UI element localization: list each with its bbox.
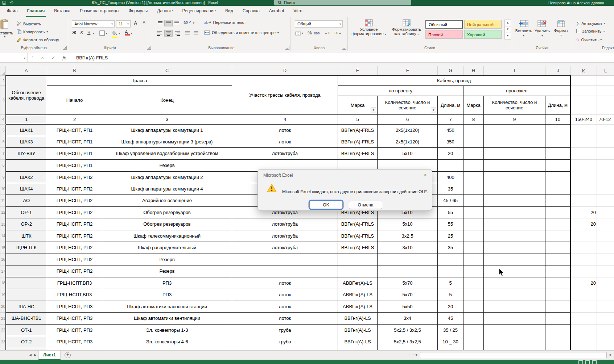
ribbon-tab-Разметка страницы[interactable]: Разметка страницы	[75, 6, 124, 17]
cell-H6[interactable]	[463, 136, 484, 148]
cell-H17[interactable]	[463, 265, 484, 277]
bold-button[interactable]: Ж	[71, 30, 77, 35]
cell-B18[interactable]: ГРЩ-НСПТ,ВП3	[47, 277, 102, 289]
cancel-button[interactable]: Отмена	[349, 201, 382, 209]
cell-K11[interactable]	[570, 195, 597, 207]
column-header-H[interactable]: H	[463, 66, 484, 76]
column-number-cell[interactable]: 1	[6, 115, 47, 124]
row-header[interactable]: 13	[0, 218, 6, 230]
percent-style-button[interactable]: %	[308, 30, 312, 35]
column-header-C[interactable]: C	[102, 66, 232, 76]
align-middle-icon[interactable]	[164, 20, 173, 26]
font-color-button[interactable]: А	[125, 29, 130, 35]
cell-K9[interactable]	[570, 171, 597, 183]
cell-F19[interactable]: 5х70	[378, 289, 438, 301]
close-icon[interactable]: ×	[424, 172, 427, 178]
cell-H13[interactable]	[463, 218, 484, 230]
cell-L10[interactable]	[597, 183, 614, 195]
cell-A14[interactable]: ШТК	[6, 230, 47, 242]
filter-button[interactable]: ▼	[371, 108, 376, 113]
comma-style-button[interactable]: 000	[314, 32, 320, 35]
cell-E24[interactable]: ВВГнг(А)-LS	[338, 348, 378, 350]
format-cells-button[interactable]: Формат ▾	[552, 20, 570, 37]
cell-A16[interactable]	[6, 254, 47, 265]
cell-L8[interactable]	[597, 159, 614, 171]
fill-color-chevron-icon[interactable]: ▾	[119, 32, 120, 35]
cell-G21[interactable]: 45	[438, 313, 463, 325]
cell-K15[interactable]	[570, 242, 597, 254]
cell-C22[interactable]: Эл. конвекторы 1-3	[102, 324, 232, 336]
cell-L16[interactable]	[597, 254, 614, 265]
row-header[interactable]: 8	[0, 159, 6, 171]
header-cell-start[interactable]: Начало	[47, 86, 102, 115]
cell-J16[interactable]	[545, 254, 570, 265]
column-number-cell[interactable]: 9	[484, 115, 545, 124]
insert-cells-button[interactable]: Вставить ▾	[514, 20, 533, 37]
cell-L9[interactable]	[597, 171, 614, 183]
cell-J5[interactable]	[545, 124, 570, 136]
cancel-entry-button[interactable]: ×	[37, 55, 48, 60]
align-bottom-icon[interactable]	[173, 20, 181, 26]
cell-B6[interactable]: ГРЩ-НСПТ, РП1	[47, 136, 102, 148]
cell-B13[interactable]: ГРЩ-НСПТ, РП2	[47, 218, 102, 230]
row-header[interactable]: 7	[0, 148, 6, 160]
cell-I7[interactable]	[484, 148, 545, 160]
cell-style-Обычный[interactable]: Обычный	[425, 20, 463, 29]
align-right-icon[interactable]	[173, 30, 181, 37]
cell-K17[interactable]	[570, 265, 597, 277]
copy-button[interactable]: Копировать▾	[17, 29, 48, 34]
cell-D13[interactable]: лоток/труба	[232, 218, 338, 230]
scrollbar-thumb[interactable]	[420, 352, 607, 358]
autosum-button[interactable]: ∑ Автосумма▾	[576, 21, 605, 26]
cell-D20[interactable]: лоток	[232, 301, 338, 313]
cell-K16[interactable]	[570, 254, 597, 265]
cell-C19[interactable]: РП3	[102, 289, 232, 301]
ribbon-tab-Данные[interactable]: Данные	[152, 6, 177, 17]
cell-L12[interactable]	[597, 206, 614, 218]
cell-D17[interactable]	[232, 265, 338, 277]
cell-G17[interactable]	[438, 265, 463, 277]
column-header-A[interactable]: A	[6, 66, 47, 76]
cell-A12[interactable]: ОР-1	[6, 206, 47, 218]
cell-B11[interactable]: ГРЩ-НСПТ, РП2	[47, 195, 102, 207]
header-cell-laid[interactable]: проложен	[463, 86, 570, 96]
cell-J20[interactable]	[545, 301, 570, 313]
cell-I21[interactable]	[484, 313, 545, 325]
cell-F7[interactable]: 5х10	[378, 148, 438, 160]
row-header[interactable]: 6	[0, 136, 6, 148]
cell-L17[interactable]	[597, 265, 614, 277]
cell-C5[interactable]: Шкаф аппаратуры коммутации 1	[102, 124, 232, 136]
cell-L4[interactable]: 70-12	[597, 115, 614, 124]
cell-J22[interactable]	[545, 324, 570, 336]
cell-L22[interactable]	[597, 324, 614, 336]
cell-G20[interactable]: 20	[438, 301, 463, 313]
header-cell-cable[interactable]: Кабель, провод	[338, 76, 570, 86]
cell-B23[interactable]: ГРЩ-НСПТ, РП3	[47, 336, 102, 348]
row-header[interactable]: 14	[0, 230, 6, 242]
cell-I10[interactable]	[484, 183, 545, 195]
cell-E23[interactable]: ВВГнг(А)-LS	[338, 336, 378, 348]
font-color-chevron-icon[interactable]: ▾	[131, 32, 132, 35]
cell-F24[interactable]: 5х2,5 / 3х2,5	[378, 348, 438, 350]
cell-I23[interactable]	[484, 336, 545, 348]
select-all-corner[interactable]	[0, 66, 6, 76]
cell-C24[interactable]: Эл. конвекторы 7-9	[102, 348, 232, 350]
formula-input[interactable]: ВВГнг(А)-FRLS	[72, 55, 108, 60]
cell-K10[interactable]	[570, 183, 597, 195]
cell-B16[interactable]: ГРЩ-НСПТ, РП2	[47, 254, 102, 265]
cell-style-Плохой[interactable]: Плохой	[425, 30, 463, 39]
font-dialog-launcher[interactable]	[147, 46, 151, 50]
row-header[interactable]: 22	[0, 324, 6, 336]
gallery-scroll[interactable]: ▲▼▼	[504, 20, 511, 39]
cell-E17[interactable]	[338, 265, 378, 277]
cell-G18[interactable]: 5	[438, 277, 463, 289]
cell-J17[interactable]	[545, 265, 570, 277]
cell-J11[interactable]	[545, 195, 570, 207]
cell-A6[interactable]: ШАК3	[6, 136, 47, 148]
header-cell-mark2[interactable]: Марка	[463, 96, 484, 115]
cell-B15[interactable]: ГРЩ-НСПТ, РП2	[47, 242, 102, 254]
ribbon-tab-Acrobat[interactable]: Acrobat	[264, 6, 289, 17]
cell-G19[interactable]: 5	[438, 289, 463, 301]
cell-G7[interactable]: 20	[438, 148, 463, 160]
column-header-B[interactable]: B	[47, 66, 102, 76]
